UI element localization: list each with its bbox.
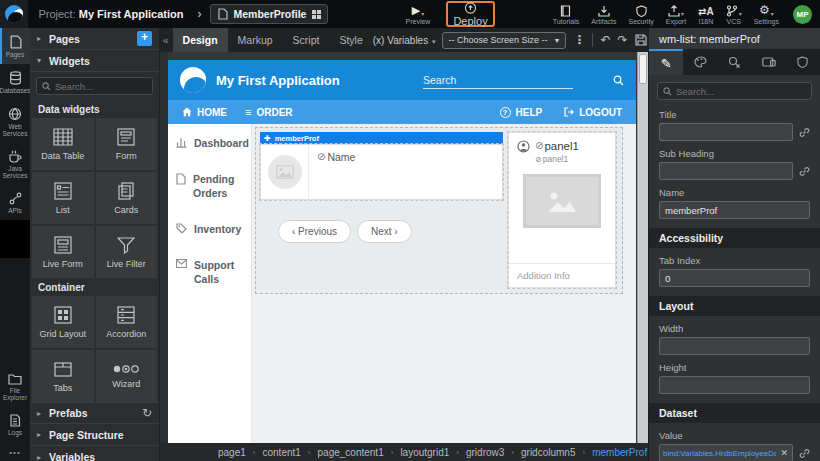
tab-security[interactable]: [786, 49, 820, 75]
undo-icon[interactable]: ↶: [600, 33, 610, 47]
breadcrumb-item[interactable]: content1: [262, 447, 300, 458]
variables-accordion[interactable]: ▸ Variables: [30, 446, 159, 461]
rail-item-apis[interactable]: APIs: [0, 185, 30, 220]
tab-devices[interactable]: [752, 49, 786, 75]
dataset-value-input[interactable]: bind:Variables.HrdbEmployeeData.data ✕: [659, 444, 793, 461]
security-button[interactable]: Security: [623, 0, 660, 28]
clear-value-icon[interactable]: ✕: [776, 448, 792, 458]
i18n-button[interactable]: ⇄A I18N: [692, 0, 720, 28]
accessibility-section-header[interactable]: Accessibility: [649, 228, 820, 248]
breadcrumb-item[interactable]: gridrow3: [466, 447, 504, 458]
app-search-input[interactable]: [423, 72, 573, 88]
tab-index-input[interactable]: [659, 269, 810, 287]
nav-item-help[interactable]: ? HELP: [500, 107, 543, 118]
breadcrumb-item[interactable]: page_content1: [318, 447, 384, 458]
dataset-section-header[interactable]: Dataset: [649, 403, 820, 423]
tutorials-button[interactable]: Tutorials: [547, 0, 586, 28]
vcs-button[interactable]: ▾ VCS: [720, 0, 748, 28]
widget-card-data-table[interactable]: Data Table: [32, 118, 94, 170]
title-input[interactable]: [659, 123, 793, 141]
widget-card-accordion[interactable]: Accordion: [96, 296, 158, 348]
sidebar-item-dashboard[interactable]: Dashboard: [176, 136, 243, 150]
layout-section-header[interactable]: Layout: [649, 296, 820, 316]
redo-icon[interactable]: ↷: [618, 33, 628, 47]
artifacts-button[interactable]: Artifacts: [585, 0, 622, 28]
widgets-accordion[interactable]: ▾ Widgets: [30, 50, 159, 72]
rail-item-databases[interactable]: Databases: [0, 64, 30, 100]
app-header[interactable]: My First Application: [168, 60, 636, 100]
pages-accordion[interactable]: ▸ Pages +: [30, 28, 159, 50]
selected-grid-column[interactable]: ✚ memberProf ⊘ Name: [255, 127, 623, 294]
bind-link-icon[interactable]: [799, 166, 810, 177]
properties-search-input[interactable]: [676, 86, 806, 97]
screen-size-select[interactable]: -- Choose Screen Size -- ▼: [442, 32, 566, 49]
widget-card-list[interactable]: List: [32, 172, 94, 224]
sidebar-item-support-calls[interactable]: Support Calls: [176, 258, 243, 286]
move-handle-icon[interactable]: ✚: [264, 134, 271, 143]
breadcrumb-item[interactable]: gridcolumn5: [521, 447, 575, 458]
bind-link-icon[interactable]: [799, 127, 810, 138]
app-search-icon[interactable]: [613, 75, 624, 86]
rail-item-file-explorer[interactable]: File Explorer: [0, 366, 30, 407]
page-switcher-icon[interactable]: [312, 10, 321, 19]
bind-link-icon[interactable]: [799, 448, 810, 459]
canvas-vertical-scrollbar[interactable]: [637, 52, 648, 443]
height-input[interactable]: [659, 376, 810, 394]
breadcrumb-item-active[interactable]: memberProf: [592, 447, 647, 458]
settings-button[interactable]: ⚙▾ Settings: [748, 0, 785, 28]
widget-card-form[interactable]: Form: [96, 118, 158, 170]
rail-item-logs[interactable]: Logs: [0, 407, 30, 442]
tab-properties[interactable]: ✎: [649, 49, 683, 75]
rail-item-web-services[interactable]: Web Services: [0, 100, 30, 143]
breadcrumb-item[interactable]: layoutgrid1: [400, 447, 449, 458]
preview-button[interactable]: ▶▾ Preview: [400, 0, 437, 28]
page-tab-memberprofile[interactable]: MemberProfile: [210, 4, 328, 24]
name-input[interactable]: [659, 201, 810, 219]
studio-logo[interactable]: [0, 0, 28, 28]
sub-heading-input[interactable]: [659, 162, 793, 180]
widget-search-input[interactable]: [55, 81, 147, 92]
tab-style[interactable]: Style: [329, 28, 372, 52]
list-item-template[interactable]: ⊘ Name: [260, 144, 503, 200]
tab-design[interactable]: Design: [173, 28, 228, 52]
tab-events[interactable]: [717, 49, 751, 75]
rail-more-icon[interactable]: •••: [0, 442, 30, 461]
page-structure-accordion[interactable]: ▸ Page Structure: [30, 424, 159, 446]
previous-button[interactable]: ‹ Previous: [278, 220, 351, 243]
list-widget-memberprof[interactable]: ✚ memberProf ⊘ Name: [260, 132, 503, 200]
tab-styles[interactable]: [683, 49, 717, 75]
breadcrumb-item[interactable]: page1: [218, 447, 246, 458]
add-page-button[interactable]: +: [137, 31, 152, 46]
widget-card-live-filter[interactable]: Live Filter: [96, 226, 158, 278]
save-icon[interactable]: [635, 34, 647, 46]
next-button[interactable]: Next ›: [357, 220, 412, 243]
rail-item-java-services[interactable]: Java Services: [0, 143, 30, 185]
prefabs-accordion[interactable]: ▸ Prefabs ↻: [30, 402, 159, 424]
sidebar-item-pending-orders[interactable]: Pending Orders: [176, 172, 243, 200]
home-icon: [182, 107, 192, 117]
sidebar-item-inventory[interactable]: Inventory: [176, 222, 243, 236]
user-avatar[interactable]: MP: [793, 5, 812, 24]
nav-item-order[interactable]: ≡ ORDER: [245, 106, 293, 118]
nav-item-home[interactable]: HOME: [182, 107, 227, 118]
nav-item-logout[interactable]: LOGOUT: [564, 107, 622, 118]
widget-card-cards[interactable]: Cards: [96, 172, 158, 224]
panel-image-placeholder[interactable]: [523, 174, 601, 228]
list-widget-selection-header[interactable]: ✚ memberProf: [260, 132, 503, 144]
rail-item-pages[interactable]: Pages: [0, 28, 30, 64]
widget-card-live-form[interactable]: Live Form: [32, 226, 94, 278]
width-input[interactable]: [659, 337, 810, 355]
variables-dropdown[interactable]: (x) Variables ▾: [373, 35, 436, 46]
widget-card-grid-layout[interactable]: Grid Layout: [32, 296, 94, 348]
export-button[interactable]: ▾ Export: [660, 0, 692, 28]
deploy-button[interactable]: Deploy: [446, 1, 494, 27]
tab-script[interactable]: Script: [283, 28, 330, 52]
more-options-icon[interactable]: ⋮: [573, 33, 585, 47]
widget-card-wizard[interactable]: Wizard: [96, 350, 158, 402]
tab-markup[interactable]: Markup: [228, 28, 283, 52]
widget-card-tabs[interactable]: Tabs: [32, 350, 94, 402]
refresh-icon[interactable]: ↻: [142, 406, 152, 420]
collapse-left-icon[interactable]: «: [160, 35, 173, 46]
panel-widget-panel1[interactable]: ⊘ panel1 ⊘ panel1: [508, 132, 616, 288]
scrollbar-thumb[interactable]: [639, 54, 647, 84]
